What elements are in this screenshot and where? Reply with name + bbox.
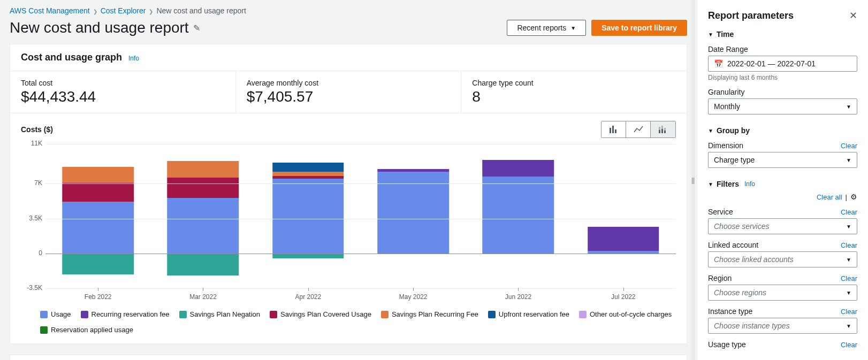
grid-line [45, 183, 676, 184]
bar-segment[interactable] [272, 163, 344, 172]
bar-segment[interactable] [167, 161, 239, 178]
granularity-select[interactable]: Monthly ▼ [708, 98, 857, 114]
x-axis-tick: Feb 2022 [45, 288, 150, 301]
filter-clear-link[interactable]: Clear [841, 341, 857, 349]
dimension-select[interactable]: Charge type ▼ [708, 152, 857, 168]
zero-line [45, 254, 676, 254]
stat-cell: Average monthly cost $7,405.57 [236, 71, 462, 113]
bar-segment[interactable] [272, 172, 344, 175]
bar-segment[interactable] [62, 183, 134, 202]
breadcrumb-item[interactable]: Cost Explorer [101, 6, 146, 15]
gear-icon[interactable]: ⚙ [850, 193, 857, 201]
clear-all-link[interactable]: Clear all [817, 193, 842, 201]
x-axis-tick: Jul 2022 [571, 288, 676, 301]
legend-item[interactable]: Savings Plan Covered Usage [270, 310, 371, 318]
x-axis-tick: May 2022 [361, 288, 466, 301]
filters-section-label: Filters [717, 180, 739, 188]
caret-down-icon: ▼ [846, 323, 851, 329]
legend-item[interactable]: Reservation applied usage [40, 326, 133, 334]
stat-value: 8 [472, 88, 676, 105]
filter-label: Region [708, 274, 732, 282]
bar-segment[interactable] [167, 198, 239, 254]
bar-segment[interactable] [483, 177, 554, 253]
legend-swatch [381, 311, 389, 318]
graph-info-link[interactable]: Info [128, 55, 139, 62]
caret-down-icon: ▼ [708, 128, 713, 134]
legend-swatch [488, 311, 496, 318]
svg-rect-0 [610, 128, 611, 133]
x-axis-tick: Jun 2022 [466, 288, 570, 301]
grid-line [45, 144, 676, 144]
bar-segment[interactable] [167, 178, 239, 197]
bar-slot [45, 144, 150, 288]
stat-value: $7,405.57 [247, 88, 451, 105]
caret-down-icon: ▼ [846, 290, 851, 296]
bar-segment[interactable] [483, 160, 554, 177]
granularity-value: Monthly [714, 102, 740, 111]
bar-segment[interactable] [272, 179, 344, 254]
date-range-input[interactable]: 📅 2022-02-01 — 2022-07-01 [708, 56, 857, 72]
chart-type-toggle [601, 121, 676, 138]
legend-swatch [270, 311, 277, 318]
caret-down-icon: ▼ [708, 181, 713, 187]
svg-rect-2 [615, 129, 616, 133]
chart-type-bar-button[interactable] [601, 121, 626, 137]
legend-item[interactable]: Savings Plan Negation [179, 310, 261, 318]
bar-segment[interactable] [62, 167, 134, 183]
filter-clear-link[interactable]: Clear [841, 241, 857, 249]
edit-title-icon[interactable]: ✎ [193, 23, 200, 33]
filters-section-header[interactable]: ▼ Filters Info [708, 180, 857, 188]
chart-legend: Usage Recurring reservation fee Savings … [10, 304, 687, 343]
bar-segment[interactable] [167, 254, 239, 275]
legend-label: Recurring reservation fee [92, 310, 170, 318]
filters-info-link[interactable]: Info [744, 180, 755, 188]
breadcrumb: AWS Cost Management❯Cost Explorer❯New co… [10, 6, 687, 15]
breadcrumb-item[interactable]: AWS Cost Management [10, 6, 90, 15]
chart-type-stacked-button[interactable] [651, 121, 675, 137]
bar-segment[interactable] [272, 176, 344, 179]
legend-swatch [40, 311, 48, 318]
bar-segment[interactable] [588, 227, 659, 251]
legend-item[interactable]: Savings Plan Recurring Fee [381, 310, 478, 318]
bar-segment[interactable] [272, 254, 344, 258]
group-by-section-header[interactable]: ▼ Group by [708, 126, 857, 135]
filter-select[interactable]: Choose linked accounts ▼ [708, 251, 857, 267]
filter-select[interactable]: Choose regions ▼ [708, 285, 857, 301]
chart-type-line-button[interactable] [626, 121, 651, 137]
legend-item[interactable]: Recurring reservation fee [81, 310, 170, 318]
stat-value: $44,433.44 [21, 88, 225, 105]
stat-label: Charge type count [472, 79, 676, 87]
legend-swatch [579, 311, 587, 318]
dimension-clear-link[interactable]: Clear [841, 142, 857, 150]
recent-reports-button[interactable]: Recent reports ▼ [507, 20, 586, 36]
granularity-label: Granularity [708, 88, 857, 96]
legend-item[interactable]: Upfront reservation fee [488, 310, 569, 318]
svg-rect-6 [661, 129, 663, 133]
y-axis-tick: 3.5K [29, 215, 42, 222]
caret-down-icon: ▼ [570, 25, 576, 31]
filter-select[interactable]: Choose instance types ▼ [708, 318, 857, 334]
close-icon[interactable]: ✕ [849, 10, 857, 21]
filter-clear-link[interactable]: Clear [841, 208, 857, 216]
filter-clear-link[interactable]: Clear [841, 274, 857, 282]
bar-segment[interactable] [62, 202, 134, 254]
bar-segment[interactable] [377, 169, 449, 172]
panel-collapse-handle[interactable]: || [689, 172, 697, 189]
grid-line [45, 219, 676, 219]
bar-segment[interactable] [62, 254, 134, 274]
page-title-text: New cost and usage report [10, 19, 189, 36]
filter-select[interactable]: Choose services ▼ [708, 218, 857, 234]
filter-placeholder: Choose linked accounts [714, 255, 794, 264]
save-to-library-button[interactable]: Save to report library [591, 20, 687, 36]
y-axis-tick: -3.5K [27, 284, 42, 292]
stat-label: Total cost [21, 79, 225, 87]
svg-rect-4 [659, 130, 660, 133]
time-section-header[interactable]: ▼ Time [708, 30, 857, 39]
filter-label: Instance type [708, 307, 752, 316]
legend-item[interactable]: Other out-of-cycle charges [579, 310, 672, 318]
filter-placeholder: Choose services [714, 222, 770, 231]
chevron-right-icon: ❯ [93, 9, 97, 14]
stat-cell: Total cost $44,433.44 [10, 71, 236, 113]
legend-item[interactable]: Usage [40, 310, 71, 318]
filter-clear-link[interactable]: Clear [841, 308, 857, 316]
